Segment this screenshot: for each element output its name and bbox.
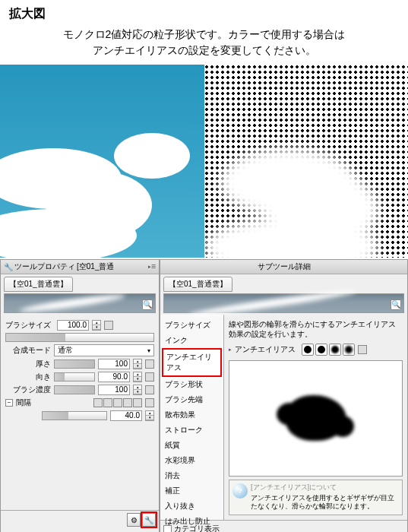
direction-slider[interactable] <box>54 372 95 382</box>
zoom-icon[interactable]: 🔍 <box>391 299 401 310</box>
tool-property-title: 🔧 ツールプロパティ [空01_普通 ▸☰ <box>1 260 159 274</box>
blend-label: 合成モード <box>5 345 51 356</box>
category-item[interactable]: ブラシ先端 <box>162 392 222 407</box>
thickness-label: 厚さ <box>5 359 51 369</box>
category-show-label: カテゴリ表示 <box>174 524 220 532</box>
brush-size-stepper[interactable]: ▴▾ <box>92 320 101 331</box>
detail-tab[interactable]: 【空01_普通雲】 <box>163 277 232 292</box>
page-description: モノクロ2値対応の粒子形状です。カラーで使用する場合は アンチエイリアスの設定を… <box>9 27 399 59</box>
density-stepper[interactable]: ▴▾ <box>133 385 142 395</box>
category-item[interactable]: アンチエイリアス <box>162 348 222 377</box>
spacing-stepper[interactable]: ▴▾ <box>145 410 154 421</box>
thickness-slider[interactable] <box>54 359 95 369</box>
category-item[interactable]: ブラシ形状 <box>162 377 222 392</box>
tool-property-panel: 🔧 ツールプロパティ [空01_普通 ▸☰ 【空01_普通雲】 🔍 ブラシサイズ… <box>0 259 160 532</box>
menu-icon[interactable]: ▸☰ <box>148 264 156 270</box>
category-item[interactable]: 入り抜き <box>162 499 222 514</box>
aa-options[interactable] <box>302 344 355 356</box>
info-title: [アンチエイリアス]について <box>251 483 399 492</box>
thickness-stepper[interactable]: ▴▾ <box>133 359 142 369</box>
category-item[interactable]: インク <box>162 333 222 348</box>
brush-size-input[interactable]: 100.0 <box>57 320 89 331</box>
category-item[interactable]: 補正 <box>162 483 222 499</box>
direction-label: 向き <box>5 372 51 382</box>
category-item[interactable]: ストローク <box>162 423 222 438</box>
subtool-detail-button[interactable]: 🔧 <box>142 513 156 527</box>
zoom-icon[interactable]: 🔍 <box>142 299 153 310</box>
aa-label: アンチエイリアス <box>235 344 296 355</box>
brush-tab[interactable]: 【空01_普通雲】 <box>4 277 73 292</box>
dynamics-icon[interactable] <box>358 345 367 354</box>
thickness-input[interactable]: 100 <box>98 359 130 369</box>
spacing-thumb[interactable] <box>133 398 142 407</box>
density-slider[interactable] <box>54 385 95 394</box>
category-item[interactable]: 紙質 <box>162 438 222 453</box>
wrench-icon: 🔧 <box>4 263 13 271</box>
category-description: 線や図形の輪郭を滑らかにするアンチエイリアス効果の設定を行います。 <box>229 319 403 339</box>
category-item[interactable]: 消去 <box>162 468 222 483</box>
cloud-color-example <box>0 65 204 258</box>
spacing-thumb[interactable] <box>103 398 112 407</box>
category-item[interactable]: ブラシサイズ <box>162 318 222 333</box>
detail-stroke-preview: 🔍 <box>163 293 404 313</box>
reset-icon[interactable]: ⚙ <box>127 513 141 527</box>
density-label: ブラシ濃度 <box>5 385 51 395</box>
stroke-preview: 🔍 <box>4 293 156 313</box>
dynamics-icon[interactable] <box>104 321 113 330</box>
blend-mode-dropdown[interactable]: 通常 <box>54 344 154 356</box>
spacing-input[interactable]: 40.0 <box>110 410 142 421</box>
category-show-checkbox[interactable] <box>163 525 172 533</box>
example-images <box>0 65 408 258</box>
brush-blob-preview <box>229 360 403 477</box>
chevron-icon[interactable]: ▸ <box>229 347 232 353</box>
spacing-thumb[interactable] <box>123 398 132 407</box>
spacing-slider[interactable] <box>42 411 107 420</box>
category-list: ブラシサイズインクアンチエイリアスブラシ形状ブラシ先端散布効果ストローク紙質水彩… <box>160 315 224 520</box>
subtool-detail-title: サブツール詳細 <box>160 260 407 274</box>
expand-spacing[interactable]: − <box>5 399 13 407</box>
direction-input[interactable]: 90.0 <box>98 372 130 382</box>
dynamics-icon[interactable] <box>145 398 154 407</box>
info-text: アンチエイリアスを使用するとギザギザが目立たなくなり、滑らかな輪郭になります。 <box>251 494 399 511</box>
direction-stepper[interactable]: ▴▾ <box>133 372 142 382</box>
spacing-thumb[interactable] <box>113 398 122 407</box>
category-item[interactable]: 散布効果 <box>162 407 222 423</box>
density-input[interactable]: 100 <box>98 385 130 395</box>
info-icon: ? <box>232 483 248 499</box>
spacing-label: 間隔 <box>16 397 39 408</box>
category-item[interactable]: 水彩境界 <box>162 453 222 468</box>
spacing-thumb[interactable] <box>93 398 103 407</box>
dynamics-icon[interactable] <box>145 359 154 369</box>
brush-size-slider[interactable] <box>5 333 154 342</box>
dynamics-icon[interactable] <box>145 372 154 382</box>
info-box: ? [アンチエイリアス]について アンチエイリアスを使用するとギザギザが目立たな… <box>229 480 403 515</box>
dynamics-icon[interactable] <box>145 385 154 394</box>
brush-size-label: ブラシサイズ <box>5 320 51 331</box>
page-title: 拡大図 <box>9 6 399 22</box>
subtool-detail-panel: サブツール詳細 【空01_普通雲】 🔍 ブラシサイズインクアンチエイリアスブラシ… <box>160 259 408 532</box>
cloud-mono-example <box>204 65 409 258</box>
